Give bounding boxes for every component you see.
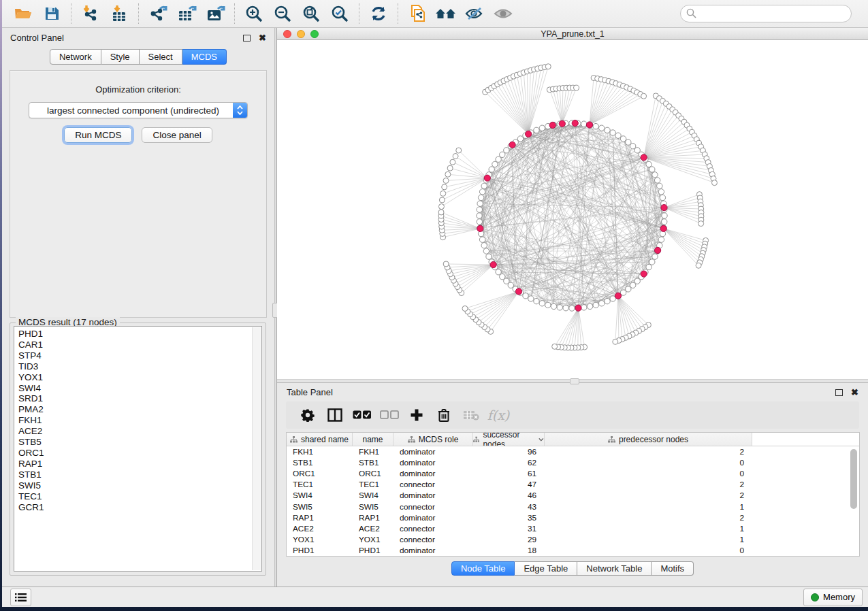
network-node[interactable] xyxy=(658,189,664,195)
save-session-button[interactable] xyxy=(37,2,66,25)
new-network-from-selection-button[interactable] xyxy=(403,2,432,25)
network-node[interactable] xyxy=(630,282,635,288)
network-node[interactable] xyxy=(492,161,498,167)
network-canvas[interactable] xyxy=(277,40,868,379)
table-cell[interactable]: PHD1 xyxy=(353,546,393,555)
network-node[interactable] xyxy=(508,282,513,288)
table-cell[interactable]: dominator xyxy=(393,546,473,555)
network-node[interactable] xyxy=(569,306,575,311)
mcds-result-item[interactable]: SWI4 xyxy=(18,383,261,394)
import-network-button[interactable] xyxy=(76,2,105,25)
network-node[interactable] xyxy=(662,219,667,225)
network-node[interactable] xyxy=(443,178,449,184)
network-dominator-node[interactable] xyxy=(641,271,647,277)
network-node[interactable] xyxy=(626,286,631,292)
network-node[interactable] xyxy=(652,172,658,178)
network-dominator-node[interactable] xyxy=(654,247,660,253)
network-dominator-node[interactable] xyxy=(526,131,532,137)
network-node[interactable] xyxy=(442,184,447,190)
table-cell[interactable]: dominator xyxy=(393,469,473,478)
table-row[interactable]: SWI5SWI5connector431 xyxy=(287,501,859,512)
network-node[interactable] xyxy=(634,148,640,153)
network-node[interactable] xyxy=(662,213,667,218)
table-row[interactable]: ORC1ORC1dominator610 xyxy=(287,468,859,479)
horizontal-splitter[interactable] xyxy=(277,379,868,383)
network-node[interactable] xyxy=(445,171,451,177)
network-dominator-node[interactable] xyxy=(641,154,647,161)
network-node[interactable] xyxy=(605,298,610,303)
network-node[interactable] xyxy=(481,183,487,188)
network-node[interactable] xyxy=(646,161,652,167)
float-table-panel-icon[interactable] xyxy=(835,389,843,396)
table-cell[interactable]: 1 xyxy=(545,535,752,544)
network-node[interactable] xyxy=(563,306,568,311)
network-node[interactable] xyxy=(581,305,587,310)
column-header-successor-nodes[interactable]: successor nodes xyxy=(473,433,545,446)
table-cell[interactable]: TEC1 xyxy=(353,480,393,489)
table-cell[interactable]: connector xyxy=(393,480,473,489)
close-panel-button[interactable]: Close panel xyxy=(142,127,212,143)
zoom-out-button[interactable] xyxy=(268,2,297,25)
mcds-result-item[interactable]: FKH1 xyxy=(18,415,261,426)
show-all-graphics-button[interactable] xyxy=(489,2,517,25)
network-node[interactable] xyxy=(610,130,615,135)
network-node[interactable] xyxy=(504,148,509,153)
network-node[interactable] xyxy=(557,305,562,310)
network-node[interactable] xyxy=(581,121,587,127)
network-node[interactable] xyxy=(528,296,534,301)
network-node[interactable] xyxy=(462,306,468,311)
table-cell[interactable]: 0 xyxy=(545,458,752,467)
zoom-fit-button[interactable] xyxy=(297,2,325,25)
table-cell[interactable]: 2 xyxy=(545,513,752,523)
tab-motifs[interactable]: Motifs xyxy=(652,561,694,576)
add-column-button[interactable] xyxy=(403,404,430,426)
table-scrollbar-track[interactable] xyxy=(850,448,858,557)
table-row[interactable]: STB1STB1dominator620 xyxy=(287,457,859,468)
export-image-button[interactable] xyxy=(201,2,229,25)
network-node[interactable] xyxy=(593,302,598,308)
mcds-result-item[interactable]: ORC1 xyxy=(18,448,261,459)
table-cell[interactable]: FKH1 xyxy=(287,447,353,457)
show-panels-button[interactable] xyxy=(10,589,31,606)
network-node[interactable] xyxy=(539,125,545,131)
network-node[interactable] xyxy=(634,278,640,284)
network-node[interactable] xyxy=(486,254,492,259)
table-cell[interactable]: 35 xyxy=(473,513,545,523)
delete-column-button[interactable] xyxy=(430,404,457,426)
network-node[interactable] xyxy=(447,165,453,171)
table-cell[interactable]: STB1 xyxy=(353,458,393,467)
network-node[interactable] xyxy=(630,144,635,149)
network-node[interactable] xyxy=(456,148,462,153)
network-node[interactable] xyxy=(477,207,482,212)
tab-style[interactable]: Style xyxy=(101,49,140,65)
network-node[interactable] xyxy=(649,259,655,265)
column-header-predecessor-nodes[interactable]: predecessor nodes xyxy=(545,433,752,446)
network-node[interactable] xyxy=(478,195,483,200)
list-scrollbar-track[interactable] xyxy=(252,327,261,570)
hide-selected-button[interactable] xyxy=(460,2,489,25)
table-cell[interactable]: 31 xyxy=(473,524,545,533)
network-node[interactable] xyxy=(613,339,618,344)
table-cell[interactable]: TEC1 xyxy=(287,480,353,489)
network-node[interactable] xyxy=(551,303,556,309)
column-header-name[interactable]: name xyxy=(353,433,393,446)
mcds-result-item[interactable]: PMA2 xyxy=(18,404,261,415)
table-cell[interactable]: dominator xyxy=(393,491,473,500)
column-header-MCDS-role[interactable]: MCDS role xyxy=(393,433,473,446)
network-dominator-node[interactable] xyxy=(490,261,496,267)
mcds-result-item[interactable]: PHD1 xyxy=(18,329,261,340)
delete-table-button[interactable] xyxy=(457,404,485,426)
network-node[interactable] xyxy=(450,159,455,165)
network-node[interactable] xyxy=(696,263,701,268)
table-cell[interactable]: dominator xyxy=(393,447,473,457)
network-node[interactable] xyxy=(599,301,605,306)
mcds-result-item[interactable]: GCR1 xyxy=(18,502,261,513)
network-node[interactable] xyxy=(574,85,579,90)
table-cell[interactable]: FKH1 xyxy=(353,447,393,457)
table-cell[interactable]: SWI4 xyxy=(353,491,393,500)
table-cell[interactable]: 62 xyxy=(473,458,545,467)
network-dominator-node[interactable] xyxy=(660,225,666,231)
table-cell[interactable]: 18 xyxy=(473,546,545,555)
network-dominator-node[interactable] xyxy=(661,205,667,211)
network-dominator-node[interactable] xyxy=(615,293,621,299)
